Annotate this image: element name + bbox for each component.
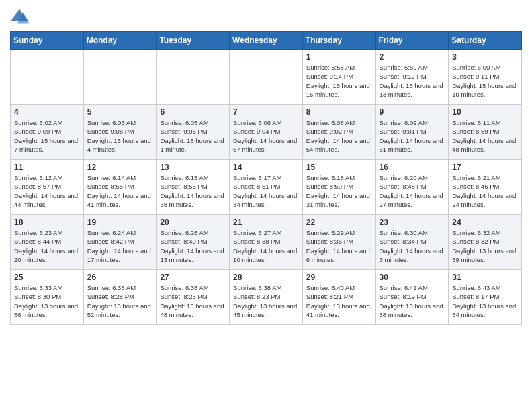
day-cell: 20Sunrise: 6:26 AMSunset: 8:40 PMDayligh…	[157, 215, 230, 270]
day-info: Sunrise: 6:21 AMSunset: 8:46 PMDaylight:…	[452, 173, 518, 209]
week-row-4: 18Sunrise: 6:23 AMSunset: 8:44 PMDayligh…	[11, 215, 522, 270]
day-info: Sunrise: 6:08 AMSunset: 9:02 PMDaylight:…	[306, 118, 372, 154]
day-cell: 25Sunrise: 6:33 AMSunset: 8:30 PMDayligh…	[11, 270, 84, 325]
day-number: 8	[306, 107, 372, 117]
day-cell: 3Sunrise: 6:00 AMSunset: 9:11 PMDaylight…	[449, 50, 522, 105]
day-number: 3	[452, 52, 518, 62]
day-number: 31	[452, 273, 518, 282]
day-info: Sunrise: 6:06 AMSunset: 9:04 PMDaylight:…	[233, 118, 299, 154]
week-row-3: 11Sunrise: 6:12 AMSunset: 8:57 PMDayligh…	[11, 160, 522, 215]
day-info: Sunrise: 5:58 AMSunset: 9:14 PMDaylight:…	[306, 63, 372, 99]
day-info: Sunrise: 6:05 AMSunset: 9:06 PMDaylight:…	[160, 118, 226, 154]
day-cell: 12Sunrise: 6:14 AMSunset: 8:55 PMDayligh…	[83, 160, 157, 215]
day-number: 28	[233, 273, 299, 282]
day-cell: 13Sunrise: 6:15 AMSunset: 8:53 PMDayligh…	[157, 160, 230, 215]
logo-icon	[10, 7, 29, 26]
day-cell	[230, 50, 303, 105]
day-cell	[157, 50, 230, 105]
day-cell: 6Sunrise: 6:05 AMSunset: 9:06 PMDaylight…	[157, 105, 230, 160]
day-number: 23	[380, 218, 445, 227]
day-number: 25	[14, 273, 80, 282]
day-number: 24	[452, 218, 518, 227]
day-header-friday: Friday	[375, 32, 449, 50]
day-info: Sunrise: 6:29 AMSunset: 8:36 PMDaylight:…	[306, 228, 372, 264]
day-info: Sunrise: 6:00 AMSunset: 9:11 PMDaylight:…	[452, 63, 518, 99]
day-cell: 21Sunrise: 6:27 AMSunset: 8:38 PMDayligh…	[230, 215, 303, 270]
day-cell: 28Sunrise: 6:38 AMSunset: 8:23 PMDayligh…	[230, 270, 303, 325]
day-header-saturday: Saturday	[449, 32, 522, 50]
day-cell	[83, 50, 157, 105]
day-header-sunday: Sunday	[11, 32, 84, 50]
day-number: 7	[233, 107, 299, 117]
day-number: 11	[14, 163, 80, 172]
header	[10, 7, 522, 26]
day-cell	[11, 50, 84, 105]
day-number: 22	[306, 218, 372, 227]
day-info: Sunrise: 6:15 AMSunset: 8:53 PMDaylight:…	[160, 173, 226, 209]
day-cell: 23Sunrise: 6:30 AMSunset: 8:34 PMDayligh…	[375, 215, 449, 270]
logo	[10, 7, 32, 26]
week-row-1: 1Sunrise: 5:58 AMSunset: 9:14 PMDaylight…	[11, 50, 522, 105]
day-number: 14	[233, 163, 299, 172]
day-number: 9	[380, 107, 445, 117]
day-info: Sunrise: 6:18 AMSunset: 8:50 PMDaylight:…	[306, 173, 372, 209]
day-header-tuesday: Tuesday	[157, 32, 230, 50]
day-number: 18	[14, 218, 80, 227]
day-info: Sunrise: 6:24 AMSunset: 8:42 PMDaylight:…	[87, 228, 153, 264]
day-number: 26	[87, 273, 153, 282]
day-info: Sunrise: 6:17 AMSunset: 8:51 PMDaylight:…	[233, 173, 299, 209]
day-cell: 29Sunrise: 6:40 AMSunset: 8:21 PMDayligh…	[302, 270, 375, 325]
day-header-thursday: Thursday	[302, 32, 375, 50]
day-number: 29	[306, 273, 372, 282]
day-number: 4	[14, 107, 80, 117]
header-row: SundayMondayTuesdayWednesdayThursdayFrid…	[11, 32, 522, 50]
day-cell: 24Sunrise: 6:32 AMSunset: 8:32 PMDayligh…	[449, 215, 522, 270]
day-info: Sunrise: 6:02 AMSunset: 9:09 PMDaylight:…	[14, 118, 80, 154]
day-cell: 22Sunrise: 6:29 AMSunset: 8:36 PMDayligh…	[302, 215, 375, 270]
day-info: Sunrise: 6:43 AMSunset: 8:17 PMDaylight:…	[452, 283, 518, 319]
day-number: 2	[380, 52, 445, 62]
day-number: 5	[87, 107, 153, 117]
day-header-wednesday: Wednesday	[230, 32, 303, 50]
day-number: 17	[452, 163, 518, 172]
day-cell: 11Sunrise: 6:12 AMSunset: 8:57 PMDayligh…	[11, 160, 84, 215]
day-number: 21	[233, 218, 299, 227]
week-row-2: 4Sunrise: 6:02 AMSunset: 9:09 PMDaylight…	[11, 105, 522, 160]
day-cell: 16Sunrise: 6:20 AMSunset: 8:48 PMDayligh…	[375, 160, 449, 215]
day-info: Sunrise: 6:41 AMSunset: 8:19 PMDaylight:…	[380, 283, 445, 319]
day-cell: 1Sunrise: 5:58 AMSunset: 9:14 PMDaylight…	[302, 50, 375, 105]
day-info: Sunrise: 6:32 AMSunset: 8:32 PMDaylight:…	[452, 228, 518, 264]
day-info: Sunrise: 6:09 AMSunset: 9:01 PMDaylight:…	[380, 118, 445, 154]
day-info: Sunrise: 6:38 AMSunset: 8:23 PMDaylight:…	[233, 283, 299, 319]
day-cell: 8Sunrise: 6:08 AMSunset: 9:02 PMDaylight…	[302, 105, 375, 160]
day-info: Sunrise: 6:35 AMSunset: 8:28 PMDaylight:…	[87, 283, 153, 319]
day-number: 16	[380, 163, 445, 172]
day-info: Sunrise: 6:27 AMSunset: 8:38 PMDaylight:…	[233, 228, 299, 264]
day-cell: 30Sunrise: 6:41 AMSunset: 8:19 PMDayligh…	[375, 270, 449, 325]
day-cell: 14Sunrise: 6:17 AMSunset: 8:51 PMDayligh…	[230, 160, 303, 215]
day-number: 6	[160, 107, 226, 117]
day-info: Sunrise: 6:03 AMSunset: 9:08 PMDaylight:…	[87, 118, 153, 154]
calendar-table: SundayMondayTuesdayWednesdayThursdayFrid…	[10, 31, 522, 325]
day-cell: 10Sunrise: 6:11 AMSunset: 8:59 PMDayligh…	[449, 105, 522, 160]
day-info: Sunrise: 6:26 AMSunset: 8:40 PMDaylight:…	[160, 228, 226, 264]
day-info: Sunrise: 6:12 AMSunset: 8:57 PMDaylight:…	[14, 173, 80, 209]
day-cell: 26Sunrise: 6:35 AMSunset: 8:28 PMDayligh…	[83, 270, 157, 325]
day-cell: 15Sunrise: 6:18 AMSunset: 8:50 PMDayligh…	[302, 160, 375, 215]
day-cell: 9Sunrise: 6:09 AMSunset: 9:01 PMDaylight…	[375, 105, 449, 160]
day-info: Sunrise: 6:36 AMSunset: 8:25 PMDaylight:…	[160, 283, 226, 319]
day-number: 12	[87, 163, 153, 172]
day-number: 19	[87, 218, 153, 227]
day-info: Sunrise: 6:33 AMSunset: 8:30 PMDaylight:…	[14, 283, 80, 319]
day-number: 30	[380, 273, 445, 282]
day-cell: 2Sunrise: 5:59 AMSunset: 9:12 PMDaylight…	[375, 50, 449, 105]
day-header-monday: Monday	[83, 32, 157, 50]
day-cell: 27Sunrise: 6:36 AMSunset: 8:25 PMDayligh…	[157, 270, 230, 325]
day-cell: 5Sunrise: 6:03 AMSunset: 9:08 PMDaylight…	[83, 105, 157, 160]
day-info: Sunrise: 6:40 AMSunset: 8:21 PMDaylight:…	[306, 283, 372, 319]
day-info: Sunrise: 6:20 AMSunset: 8:48 PMDaylight:…	[380, 173, 445, 209]
day-number: 27	[160, 273, 226, 282]
week-row-5: 25Sunrise: 6:33 AMSunset: 8:30 PMDayligh…	[11, 270, 522, 325]
day-number: 20	[160, 218, 226, 227]
day-cell: 7Sunrise: 6:06 AMSunset: 9:04 PMDaylight…	[230, 105, 303, 160]
